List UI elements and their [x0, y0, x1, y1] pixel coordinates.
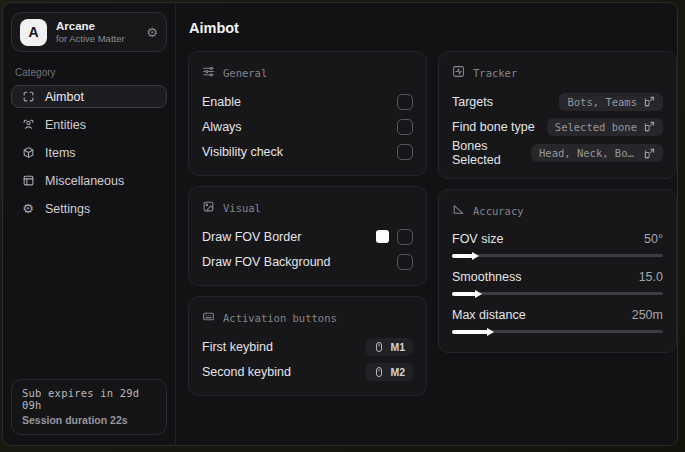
setting-row-visibility-check: Visibility check: [202, 139, 413, 164]
gear-icon[interactable]: ⚙: [146, 26, 158, 39]
cheat-menu-window: A Arcane for Active Matter ⚙ Category Ai…: [2, 2, 678, 446]
keyboard-icon: [202, 310, 215, 325]
section-title: Tracker: [473, 67, 517, 79]
draw-fov-border-checkbox[interactable]: [397, 229, 413, 245]
setting-row-targets: Targets Bots, Teams: [452, 89, 663, 114]
slider-fill: [452, 330, 488, 334]
bones-selected-dropdown[interactable]: Head, Neck, Body, Pe..: [531, 144, 663, 162]
setting-row-second-keybind: Second keybind M2: [202, 359, 413, 384]
dropdown-value: Selected bone: [555, 121, 637, 133]
slider-thumb[interactable]: [487, 328, 494, 336]
visibility-check-checkbox[interactable]: [397, 144, 413, 160]
setting-row-find-bone-type: Find bone type Selected bone: [452, 114, 663, 139]
general-card: General Enable Always Visibility check: [188, 51, 427, 176]
setting-row-bones-selected: Bones Selected Head, Neck, Body, Pe..: [452, 139, 663, 167]
category-label: Category: [15, 67, 163, 78]
crosshair-icon: [21, 90, 35, 104]
setting-row-draw-fov-border: Draw FOV Border: [202, 224, 413, 249]
person-scan-icon: [21, 118, 35, 132]
setting-label: Targets: [452, 95, 493, 109]
slider-track: [452, 292, 663, 295]
setting-row-smoothness: Smoothness 15.0: [452, 265, 663, 298]
dropdown-value: Head, Neck, Body, Pe..: [539, 147, 637, 159]
fov-border-color-swatch[interactable]: [376, 230, 389, 243]
setting-row-max-distance: Max distance 250m: [452, 303, 663, 336]
fov-size-slider[interactable]: [452, 251, 663, 260]
section-title: Accuracy: [473, 205, 524, 217]
activation-header: Activation buttons: [202, 310, 413, 325]
first-keybind-button[interactable]: M1: [365, 338, 413, 356]
frame-icon: [202, 200, 215, 215]
keybind-value: M2: [390, 366, 405, 378]
expand-icon: [644, 148, 655, 159]
sidebar-item-label: Items: [45, 146, 76, 160]
slider-value: 15.0: [639, 270, 663, 284]
section-title: Activation buttons: [223, 312, 337, 324]
gear-icon: ⚙: [21, 202, 35, 216]
section-title: Visual: [223, 202, 261, 214]
mouse-icon: [373, 366, 385, 378]
slider-value: 50°: [644, 232, 663, 246]
slider-value: 250m: [632, 308, 663, 322]
slider-fill: [452, 254, 473, 258]
setting-label: First keybind: [202, 340, 273, 354]
sidebar-item-label: Miscellaneous: [45, 174, 124, 188]
mouse-icon: [373, 341, 385, 353]
brand-subtitle: for Active Matter: [56, 33, 125, 44]
setting-label: Enable: [202, 95, 241, 109]
setting-label: Max distance: [452, 308, 526, 322]
tune-icon: [202, 65, 215, 80]
section-title: General: [223, 67, 267, 79]
visual-card: Visual Draw FOV Border Draw FOV Backgrou…: [188, 186, 427, 286]
setting-label: Draw FOV Background: [202, 255, 331, 269]
sidebar-item-label: Entities: [45, 118, 86, 132]
setting-row-enable: Enable: [202, 89, 413, 114]
setting-row-fov-size: FOV size 50°: [452, 227, 663, 260]
find-bone-type-dropdown[interactable]: Selected bone: [547, 118, 663, 136]
brand-title: Arcane: [56, 20, 125, 32]
sidebar: A Arcane for Active Matter ⚙ Category Ai…: [3, 3, 176, 445]
brand-text: Arcane for Active Matter: [56, 20, 125, 44]
setting-label: Bones Selected: [452, 139, 531, 167]
sidebar-item-label: Settings: [45, 202, 90, 216]
sidebar-item-entities[interactable]: Entities: [11, 113, 167, 136]
dropdown-value: Bots, Teams: [567, 96, 637, 108]
tracker-icon: [452, 65, 465, 80]
setting-row-first-keybind: First keybind M1: [202, 334, 413, 359]
setting-label: Visibility check: [202, 145, 283, 159]
enable-checkbox[interactable]: [397, 94, 413, 110]
setting-label: Draw FOV Border: [202, 230, 301, 244]
setting-label: Second keybind: [202, 365, 291, 379]
sidebar-item-label: Aimbot: [45, 90, 84, 104]
general-header: General: [202, 65, 413, 80]
setting-label: Find bone type: [452, 120, 535, 134]
session-duration-text: Session duration 22s: [22, 414, 156, 426]
keybind-value: M1: [390, 341, 405, 353]
setting-label: Always: [202, 120, 242, 134]
angle-icon: [452, 203, 465, 218]
accuracy-header: Accuracy: [452, 203, 663, 218]
slider-thumb[interactable]: [475, 290, 482, 298]
sidebar-item-aimbot[interactable]: Aimbot: [11, 85, 167, 108]
always-checkbox[interactable]: [397, 119, 413, 135]
sidebar-item-items[interactable]: Items: [11, 141, 167, 164]
setting-row-draw-fov-background: Draw FOV Background: [202, 249, 413, 274]
setting-label: FOV size: [452, 232, 503, 246]
main-content: Aimbot General Enable: [176, 3, 678, 445]
sub-expiry-text: Sub expires in 29d 09h: [22, 387, 156, 411]
targets-dropdown[interactable]: Bots, Teams: [559, 93, 663, 111]
second-keybind-button[interactable]: M2: [365, 363, 413, 381]
tracker-header: Tracker: [452, 65, 663, 80]
expand-icon: [644, 121, 655, 132]
max-distance-slider[interactable]: [452, 327, 663, 336]
sidebar-item-settings[interactable]: ⚙ Settings: [11, 197, 167, 220]
smoothness-slider[interactable]: [452, 289, 663, 298]
sidebar-item-miscellaneous[interactable]: Miscellaneous: [11, 169, 167, 192]
list-window-icon: [21, 174, 35, 188]
slider-thumb[interactable]: [472, 252, 479, 260]
setting-label: Smoothness: [452, 270, 521, 284]
cube-icon: [21, 146, 35, 160]
brand-card: A Arcane for Active Matter ⚙: [11, 12, 167, 52]
draw-fov-background-checkbox[interactable]: [397, 254, 413, 270]
subscription-info: Sub expires in 29d 09h Session duration …: [11, 379, 167, 435]
